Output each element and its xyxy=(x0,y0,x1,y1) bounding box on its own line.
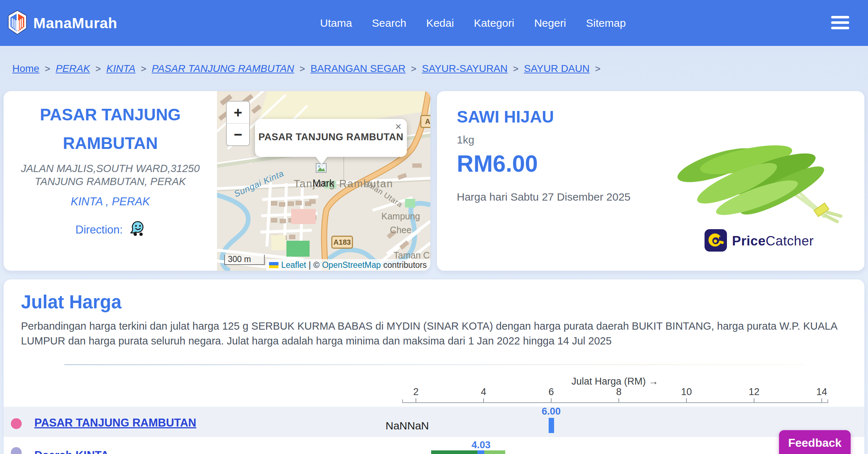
map-route-shield-a183: A183 xyxy=(331,236,353,249)
chart-axis-line xyxy=(402,402,828,403)
map[interactable]: Sungai Kinta Tanjung Rambutan Jalan Utar… xyxy=(217,91,430,271)
breadcrumb-separator: > xyxy=(45,63,50,74)
attribution-suffix: contributors xyxy=(383,260,427,270)
map-zoom-control: + − xyxy=(226,101,250,146)
nav-item-kategori[interactable]: Kategori xyxy=(474,17,514,29)
ukraine-flag-icon xyxy=(269,262,278,268)
product-name: SAWI HIJAU xyxy=(457,107,554,127)
pricecatcher-logo-icon xyxy=(705,229,727,253)
zoom-in-button[interactable]: + xyxy=(227,102,249,123)
breadcrumb-separator: > xyxy=(141,63,146,74)
hamburger-menu-icon[interactable] xyxy=(831,16,849,29)
axis-end-cap xyxy=(827,399,828,402)
tick-label-6: 6 xyxy=(540,386,562,398)
marker-alt-text: Mark xyxy=(312,178,334,189)
direction-row: Direction: xyxy=(4,220,217,239)
tick-mark xyxy=(821,398,822,402)
range-bar-average-marker xyxy=(477,450,484,454)
breadcrumb-separator: > xyxy=(299,63,305,74)
leaflet-link[interactable]: Leaflet xyxy=(281,260,306,270)
nav-links: Utama Search Kedai Kategori Negeri Sitem… xyxy=(320,0,626,46)
map-popup-title: PASAR TANJUNG RAMBUTAN xyxy=(255,132,407,143)
navbar: ManaMurah Utama Search Kedai Kategori Ne… xyxy=(0,0,868,46)
pricecatcher-logo: PriceCatcher xyxy=(705,229,814,253)
map-marker-broken-image-icon[interactable] xyxy=(315,163,327,175)
tick-label-8: 8 xyxy=(608,386,630,398)
breadcrumb: Home > PERAK > KINTA > PASAR TANJUNG RAM… xyxy=(12,63,600,74)
tick-mark xyxy=(618,398,619,402)
breadcrumb-sayur-sayuran[interactable]: SAYUR-SAYURAN xyxy=(422,63,508,74)
attribution-divider: | xyxy=(309,260,311,270)
breadcrumb-home[interactable]: Home xyxy=(12,63,39,74)
section-heading: Julat Harga xyxy=(21,291,122,313)
section-divider xyxy=(64,364,804,365)
market-title: PASAR TANJUNG RAMBUTAN xyxy=(34,100,186,158)
market-address: JALAN MAJLIS,SOUTH WARD,31250 TANJUNG RA… xyxy=(13,162,208,188)
brand[interactable]: ManaMurah xyxy=(8,10,117,36)
tick-label-10: 10 xyxy=(676,386,697,398)
direction-label: Direction: xyxy=(76,223,123,236)
tick-label-12: 12 xyxy=(743,386,765,398)
nav-item-kedai[interactable]: Kedai xyxy=(426,17,454,29)
tick-mark xyxy=(483,398,484,402)
tick-mark xyxy=(686,398,687,402)
nav-item-utama[interactable]: Utama xyxy=(320,17,352,29)
product-image-sawi-hijau xyxy=(674,140,844,230)
market-district-line: KINTA , PERAK xyxy=(4,195,217,208)
product-card: SAWI HIJAU 1kg RM6.00 Harga hari Sabtu 2… xyxy=(437,91,864,271)
market-card: PASAR TANJUNG RAMBUTAN JALAN MAJLIS,SOUT… xyxy=(4,91,430,271)
waze-icon[interactable] xyxy=(128,220,145,239)
map-route-shield-a1-partial: A1 xyxy=(420,115,430,128)
breadcrumb-pasar[interactable]: PASAR TANJUNG RAMBUTAN xyxy=(152,63,294,74)
row1-value-label: 6.00 xyxy=(535,406,567,417)
zoom-out-button[interactable]: − xyxy=(227,124,249,145)
breadcrumb-barangan-segar[interactable]: BARANGAN SEGAR xyxy=(310,63,405,74)
breadcrumb-perak[interactable]: PERAK xyxy=(56,63,90,74)
row2-value-label: 4.03 xyxy=(465,440,497,451)
tick-mark xyxy=(551,398,552,402)
row1-market-link[interactable]: PASAR TANJUNG RAMBUTAN xyxy=(34,416,196,429)
tick-mark xyxy=(416,398,416,402)
map-attribution: Leaflet | © OpenStreetMap contributors xyxy=(266,259,430,271)
chart-axis-label: Julat Harga (RM) → xyxy=(555,376,675,387)
map-scale-bar: 300 m xyxy=(224,255,265,265)
breadcrumb-sayur-daun[interactable]: SAYUR DAUN xyxy=(524,63,590,74)
openstreetmap-link[interactable]: OpenStreetMap xyxy=(322,260,380,270)
product-price-date: Harga hari Sabtu 27 Disember 2025 xyxy=(457,191,630,203)
page: ManaMurah Utama Search Kedai Kategori Ne… xyxy=(0,0,868,454)
range-bar-min-segment xyxy=(431,450,477,454)
tick-label-2: 2 xyxy=(405,386,427,398)
nav-item-negeri[interactable]: Negeri xyxy=(534,17,566,29)
axis-end-cap xyxy=(402,399,403,402)
popup-caret xyxy=(315,157,328,164)
breadcrumb-kinta[interactable]: KINTA xyxy=(106,63,135,74)
copyright-symbol: © xyxy=(314,260,320,270)
section-description: Perbandingan harga terkini dan julat har… xyxy=(21,319,846,348)
breadcrumb-separator: > xyxy=(595,63,600,74)
tick-label-14: 14 xyxy=(811,386,833,398)
breadcrumb-separator: > xyxy=(95,63,101,74)
brand-name: ManaMurah xyxy=(33,15,117,32)
row2-district-link[interactable]: Daerah KINTA xyxy=(34,449,109,454)
range-bar-max-segment xyxy=(484,450,505,454)
popup-close-icon[interactable]: × xyxy=(395,121,401,132)
map-label-kampung-chee: Kampung Chee xyxy=(379,210,422,237)
tick-label-4: 4 xyxy=(473,386,494,398)
nav-item-sitemap[interactable]: Sitemap xyxy=(586,17,626,29)
tick-mark xyxy=(754,398,754,402)
map-popup: PASAR TANJUNG RAMBUTAN × xyxy=(255,119,407,157)
feedback-button[interactable]: Feedback xyxy=(779,430,851,454)
row1-dot xyxy=(11,418,22,429)
nav-item-search[interactable]: Search xyxy=(372,17,406,29)
breadcrumb-separator: > xyxy=(513,63,519,74)
manamurah-logo-icon xyxy=(8,10,27,36)
district-comma: , xyxy=(106,195,109,208)
marker-shadow-edge xyxy=(344,156,344,185)
breadcrumb-separator: > xyxy=(411,63,416,74)
state-link[interactable]: PERAK xyxy=(112,195,150,208)
district-link[interactable]: KINTA xyxy=(71,195,103,208)
market-info: PASAR TANJUNG RAMBUTAN JALAN MAJLIS,SOUT… xyxy=(4,91,217,271)
product-price: RM6.00 xyxy=(457,150,538,177)
product-unit: 1kg xyxy=(457,134,474,146)
row1-range-label: NaNNaN xyxy=(386,420,429,432)
